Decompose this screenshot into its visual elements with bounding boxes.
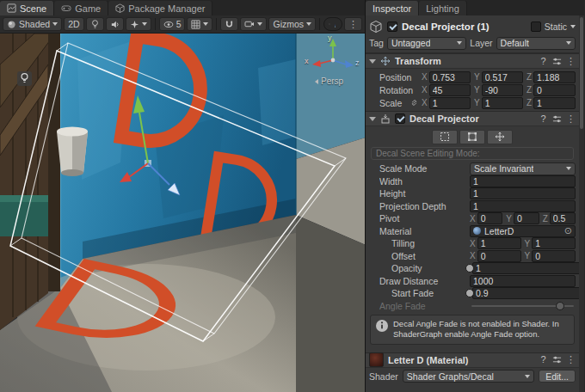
position-z-field[interactable]: [533, 71, 576, 83]
decal-edit-pivot-button[interactable]: [487, 130, 513, 144]
grid-icon: [191, 20, 200, 29]
tab-lighting[interactable]: Lighting: [419, 1, 467, 15]
shader-row: Shader Shader Graphs/Decal Edit...: [366, 368, 579, 385]
foldout-icon[interactable]: [369, 59, 376, 64]
rotation-x-field[interactable]: [429, 84, 471, 96]
position-y-field[interactable]: [482, 71, 523, 83]
projection-depth-row: Projection Depth: [366, 200, 579, 213]
decal-projector-header[interactable]: Decal Projector ? ⋮: [366, 111, 579, 126]
position-x-field[interactable]: [429, 71, 471, 83]
lighting-toggle[interactable]: [86, 17, 104, 31]
static-dropdown[interactable]: Static: [531, 21, 576, 32]
gizmos-label: Gizmos: [273, 19, 304, 29]
snap-toggle[interactable]: [220, 17, 238, 31]
audio-toggle[interactable]: [106, 17, 124, 31]
opacity-row: Opacity: [366, 262, 579, 275]
kebab-menu-icon[interactable]: ⋮: [566, 114, 576, 124]
tag-value: Untagged: [391, 38, 431, 48]
perspective-toggle[interactable]: Persp: [315, 77, 343, 86]
scale-y-field[interactable]: [482, 97, 523, 109]
x-axis-label: X: [470, 214, 476, 224]
decal-projector-body: Decal Scene Editing Mode: Scale Mode Sca…: [366, 126, 579, 349]
constrain-proportions-link-icon[interactable]: [410, 98, 419, 107]
tab-package-manager[interactable]: Package Manager: [108, 1, 212, 15]
tiling-x-field[interactable]: [477, 237, 521, 249]
scene-viewport[interactable]: y x z Persp: [0, 34, 365, 392]
eye-icon: [163, 20, 174, 29]
scene-visibility-toggle[interactable]: 5: [159, 17, 186, 31]
decal-edit-uv-button[interactable]: [459, 130, 485, 144]
component-enabled-checkbox[interactable]: [395, 113, 405, 124]
offset-y-field[interactable]: [532, 250, 576, 262]
rotation-z-field[interactable]: [533, 84, 576, 96]
material-value: LetterD: [484, 226, 514, 236]
scene-search-input[interactable]: [333, 18, 337, 30]
kebab-menu-icon[interactable]: ⋮: [566, 355, 576, 364]
grid-dropdown[interactable]: [187, 17, 212, 31]
scale-mode-dropdown[interactable]: Scale Invariant: [470, 162, 576, 175]
camera-dropdown[interactable]: [240, 17, 267, 31]
opacity-field[interactable]: [472, 262, 584, 274]
width-row: Width: [366, 175, 579, 188]
object-picker-icon[interactable]: ⊙: [564, 226, 572, 236]
shader-edit-button[interactable]: Edit...: [539, 370, 576, 383]
tab-inspector[interactable]: Inspector: [366, 1, 419, 15]
width-field[interactable]: [470, 175, 576, 187]
help-icon[interactable]: ?: [539, 355, 548, 364]
info-message: Decal Angle Fade is not enabled in Shade…: [393, 319, 570, 340]
foldout-icon[interactable]: [369, 117, 376, 121]
gizmos-dropdown[interactable]: Gizmos: [268, 17, 316, 31]
tag-dropdown[interactable]: Untagged: [387, 37, 466, 50]
height-field[interactable]: [470, 187, 576, 199]
z-axis-label: Z: [543, 214, 548, 224]
shader-dropdown[interactable]: Shader Graphs/Decal: [403, 370, 534, 383]
toolbar-separator: [155, 18, 156, 30]
layer-dropdown[interactable]: Default: [496, 37, 576, 50]
offset-x-field[interactable]: [477, 250, 521, 262]
material-section-title: Letter D (Material): [388, 355, 534, 365]
dropdown-arrow-icon: [306, 22, 311, 26]
material-preview-thumbnail: [369, 352, 384, 367]
scene-3d-render: [0, 34, 365, 392]
scale-x-field[interactable]: [429, 97, 471, 109]
tab-scene[interactable]: Scene: [0, 1, 54, 15]
package-manager-tab-icon: [115, 3, 125, 13]
transform-header[interactable]: Transform ? ⋮: [366, 53, 579, 69]
scale-z-field[interactable]: [533, 97, 576, 109]
shading-mode-label: Shaded: [19, 19, 50, 29]
draw-distance-field[interactable]: [470, 275, 576, 287]
gameobject-active-checkbox[interactable]: [387, 21, 397, 32]
kebab-menu-icon[interactable]: ⋮: [566, 57, 576, 66]
presets-icon[interactable]: [552, 114, 562, 124]
pivot-y-field[interactable]: [514, 212, 539, 224]
help-icon[interactable]: ?: [539, 114, 548, 124]
static-label: Static: [545, 21, 567, 32]
scale-mode-row: Scale Mode Scale Invariant: [366, 162, 579, 175]
material-object-field[interactable]: LetterD ⊙: [470, 225, 576, 237]
scrollbar-thumb[interactable]: [580, 17, 583, 129]
pivot-z-field[interactable]: [550, 212, 576, 224]
hidden-object-count: 5: [176, 19, 182, 29]
presets-icon[interactable]: [552, 355, 562, 364]
shading-mode-dropdown[interactable]: Shaded: [3, 17, 62, 31]
light-gizmo-icon[interactable]: [17, 71, 32, 86]
rotation-y-field[interactable]: [482, 84, 523, 96]
presets-icon[interactable]: [552, 57, 562, 66]
pivot-x-field[interactable]: [477, 212, 503, 224]
tab-game[interactable]: Game: [54, 1, 108, 15]
projection-depth-field[interactable]: [470, 200, 576, 212]
offset-label: Offset: [391, 251, 467, 261]
scale-mode-value: Scale Invariant: [474, 163, 533, 174]
layer-label: Layer: [470, 38, 492, 48]
decal-edit-bounds-button[interactable]: [432, 130, 458, 144]
2d-toggle[interactable]: 2D: [64, 17, 83, 31]
persp-label: Persp: [321, 77, 343, 86]
scene-overflow-menu-button[interactable]: ⋮: [344, 17, 362, 31]
effects-dropdown[interactable]: [126, 17, 151, 31]
material-section-header[interactable]: Letter D (Material) ? ⋮: [366, 352, 579, 368]
static-checkbox[interactable]: [531, 21, 541, 32]
help-icon[interactable]: ?: [539, 57, 548, 66]
start-fade-field[interactable]: [472, 287, 584, 299]
inspector-scrollbar[interactable]: [579, 15, 584, 392]
tiling-y-field[interactable]: [532, 237, 576, 249]
